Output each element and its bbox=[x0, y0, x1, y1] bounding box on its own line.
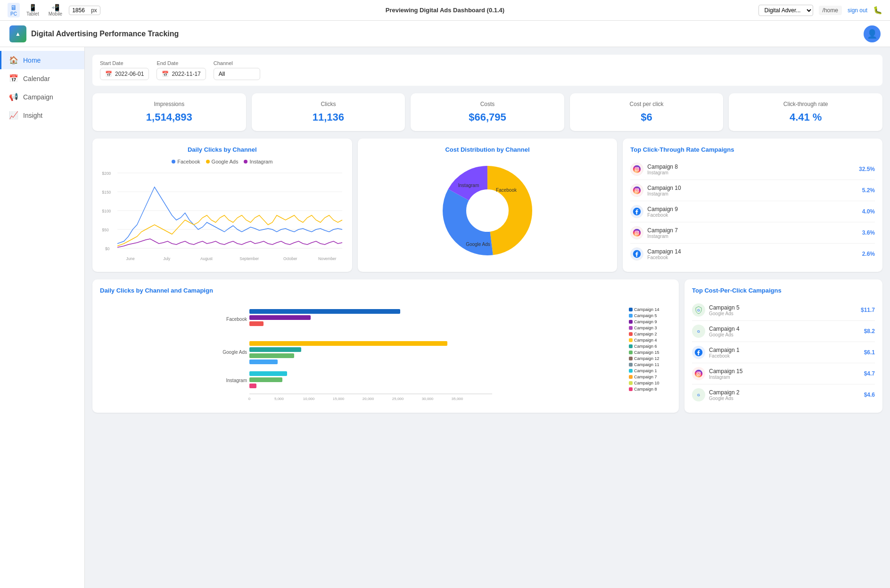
bug-icon[interactable]: 🐛 bbox=[873, 6, 882, 15]
ctr-icon-3 bbox=[630, 226, 643, 239]
legend-label-instagram: Instagram bbox=[249, 159, 272, 164]
avatar[interactable]: 👤 bbox=[864, 25, 881, 42]
workspace-dropdown[interactable]: Digital Adver... bbox=[758, 5, 813, 16]
end-date-input[interactable]: 📅 2022-11-17 bbox=[157, 68, 206, 80]
cpc-value-4: $4.6 bbox=[864, 392, 875, 398]
ctr-item-4: Campaign 14 Facebook 2.6% bbox=[630, 244, 875, 264]
cpc-name-0: Campaign 5 bbox=[709, 304, 857, 311]
kpi-costs: Costs $66,795 bbox=[411, 93, 564, 131]
start-date-input[interactable]: 📅 2022-06-01 bbox=[100, 68, 149, 80]
svg-rect-44 bbox=[249, 347, 301, 352]
svg-rect-42 bbox=[249, 321, 264, 326]
kpi-impressions-label: Impressions bbox=[100, 101, 239, 107]
svg-rect-40 bbox=[249, 309, 400, 314]
tablet-label: Tablet bbox=[26, 11, 39, 16]
pc-device-btn[interactable]: 🖥 PC bbox=[8, 3, 20, 17]
svg-point-30 bbox=[638, 189, 639, 190]
legend-item-c8: Campaign 8 bbox=[629, 387, 671, 392]
cpc-icon-2 bbox=[692, 346, 705, 359]
svg-text:G: G bbox=[697, 393, 700, 397]
px-label: px bbox=[91, 7, 97, 14]
legend-dot-c14 bbox=[629, 308, 633, 311]
kpi-costs-label: Costs bbox=[418, 101, 557, 107]
legend-dot-c12 bbox=[629, 357, 633, 360]
top-bar: 🖥 PC 📱 Tablet 📲 Mobile px Previewing Dig… bbox=[0, 0, 890, 21]
legend-label-facebook: Facebook bbox=[177, 159, 200, 164]
svg-text:$50: $50 bbox=[102, 228, 109, 232]
legend-item-c2: Campaign 2 bbox=[629, 332, 671, 336]
top-ctr-title: Top Click-Through Rate Campaigns bbox=[630, 146, 875, 153]
pie-container: Facebook Instagram Google Ads bbox=[365, 159, 610, 262]
cpc-platform-3: Instagram bbox=[709, 375, 860, 380]
px-value-input[interactable] bbox=[72, 7, 89, 14]
logo-area: ▲ Digital Advertising Performance Tracki… bbox=[9, 25, 179, 42]
svg-text:0: 0 bbox=[248, 397, 251, 401]
sidebar-item-calendar[interactable]: 📅 Calendar bbox=[0, 69, 84, 88]
ctr-platform-3: Instagram bbox=[647, 234, 858, 239]
legend-label-c11: Campaign 11 bbox=[634, 362, 659, 367]
end-date-group: End Date 📅 2022-11-17 bbox=[157, 60, 206, 80]
daily-clicks-title: Daily Clicks by Channel bbox=[100, 146, 345, 153]
sidebar-item-insight[interactable]: 📈 Insight bbox=[0, 106, 84, 124]
cpc-info-0: Campaign 5 Google Ads bbox=[709, 304, 857, 316]
ctr-icon-0 bbox=[630, 163, 643, 176]
sidebar-label-home: Home bbox=[23, 57, 41, 64]
ctr-platform-4: Facebook bbox=[647, 255, 858, 260]
kpi-cpc-label: Cost per click bbox=[577, 101, 716, 107]
cpc-info-4: Campaign 2 Google Ads bbox=[709, 389, 860, 401]
legend-label-c3: Campaign 3 bbox=[634, 326, 657, 330]
pc-icon: 🖥 bbox=[10, 4, 17, 11]
legend-label-c6: Campaign 6 bbox=[634, 344, 657, 349]
svg-text:$150: $150 bbox=[102, 190, 111, 195]
cpc-platform-2: Facebook bbox=[709, 353, 860, 359]
legend-dot-c6 bbox=[629, 344, 633, 348]
mobile-device-btn[interactable]: 📲 Mobile bbox=[46, 3, 65, 17]
cpc-icon-3 bbox=[692, 367, 705, 380]
svg-text:5,000: 5,000 bbox=[274, 397, 284, 401]
svg-text:25,000: 25,000 bbox=[392, 397, 404, 401]
svg-text:G: G bbox=[697, 329, 700, 334]
svg-point-27 bbox=[633, 187, 641, 195]
svg-text:Google Ads: Google Ads bbox=[222, 350, 247, 355]
svg-text:Google Ads: Google Ads bbox=[466, 242, 490, 247]
svg-text:August: August bbox=[200, 256, 213, 261]
sidebar-item-home[interactable]: 🏠 Home bbox=[0, 51, 84, 69]
cpc-item-3: Campaign 15 Instagram $4.7 bbox=[692, 363, 875, 384]
legend-instagram: Instagram bbox=[244, 159, 272, 164]
ctr-info-3: Campaign 7 Instagram bbox=[647, 227, 858, 239]
legend-dot-instagram bbox=[244, 160, 247, 163]
ctr-name-2: Campaign 9 bbox=[647, 206, 858, 212]
cpc-item-0: G Campaign 5 Google Ads $11.7 bbox=[692, 300, 875, 321]
start-date-value: 2022-06-01 bbox=[115, 71, 144, 77]
legend-dot-c11 bbox=[629, 363, 633, 367]
channel-label: Channel bbox=[214, 60, 260, 66]
svg-rect-49 bbox=[249, 384, 256, 388]
svg-point-32 bbox=[633, 229, 641, 237]
svg-text:35,000: 35,000 bbox=[452, 397, 463, 401]
sidebar-item-campaign[interactable]: 📢 Campaign bbox=[0, 88, 84, 106]
path-display: /home bbox=[819, 6, 842, 15]
ctr-platform-1: Instagram bbox=[647, 191, 858, 196]
ctr-item-3: Campaign 7 Instagram 3.6% bbox=[630, 222, 875, 244]
svg-text:Facebook: Facebook bbox=[496, 188, 517, 193]
svg-rect-46 bbox=[249, 359, 278, 364]
sign-out-link[interactable]: sign out bbox=[848, 7, 867, 14]
cpc-icon-1: G bbox=[692, 325, 705, 338]
channel-select[interactable]: All Facebook Google Ads Instagram bbox=[214, 68, 260, 80]
tablet-device-btn[interactable]: 📱 Tablet bbox=[24, 3, 42, 17]
ctr-icon-2 bbox=[630, 205, 643, 218]
legend-item-c6: Campaign 6 bbox=[629, 344, 671, 349]
legend-item-c15: Campaign 15 bbox=[629, 350, 671, 355]
svg-text:20,000: 20,000 bbox=[363, 397, 374, 401]
app-header: ▲ Digital Advertising Performance Tracki… bbox=[0, 21, 890, 47]
ctr-value-3: 3.6% bbox=[862, 229, 875, 236]
insight-icon: 📈 bbox=[9, 111, 18, 120]
channel-group: Channel All Facebook Google Ads Instagra… bbox=[214, 60, 260, 80]
legend-item-c3: Campaign 3 bbox=[629, 326, 671, 330]
home-icon: 🏠 bbox=[9, 56, 18, 65]
ctr-value-2: 4.0% bbox=[862, 208, 875, 215]
kpi-clicks-value: 11,136 bbox=[259, 111, 398, 123]
svg-text:Facebook: Facebook bbox=[226, 317, 247, 322]
ctr-icon-4 bbox=[630, 247, 643, 261]
cpc-info-1: Campaign 4 Google Ads bbox=[709, 326, 860, 337]
